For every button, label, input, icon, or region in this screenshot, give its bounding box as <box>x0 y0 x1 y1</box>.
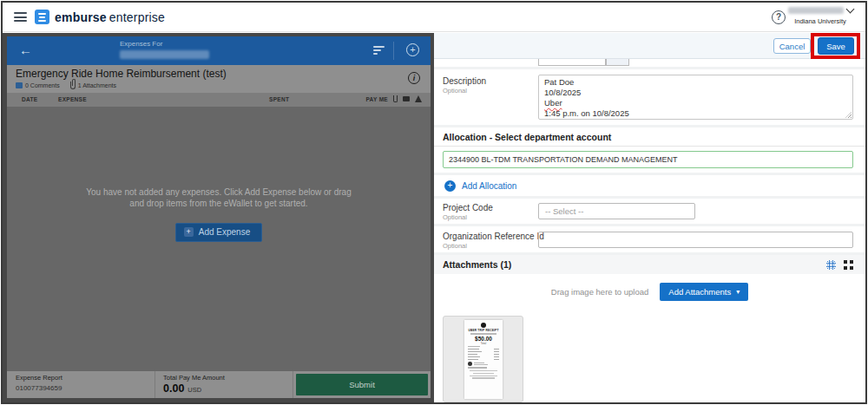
total-amount: 0.00 <box>163 382 184 395</box>
add-circle-icon[interactable]: + <box>406 43 419 56</box>
sort-filter-icon[interactable] <box>373 46 385 55</box>
optional-label: Optional <box>443 87 486 95</box>
clipped-amount-field-row <box>434 59 865 67</box>
uber-logo-icon <box>481 323 486 328</box>
emburse-logo-icon <box>35 10 49 24</box>
redacted-owner-name <box>120 50 209 59</box>
driver-avatar-icon <box>468 362 472 366</box>
empty-state-text: You have not added any expenses. Click A… <box>7 186 431 209</box>
allocation-row: 2344900 BL-TDM TRANSPORTATION DEMAND MAN… <box>434 147 865 173</box>
description-line: 10/8/2025 <box>544 88 847 98</box>
currency-code: USD <box>187 386 201 394</box>
comment-icon <box>16 82 23 88</box>
allocation-account-input[interactable]: 2344900 BL-TDM TRANSPORTATION DEMAND MAN… <box>443 151 853 168</box>
info-icon[interactable]: i <box>408 72 420 84</box>
brand-secondary: enterprise <box>109 10 165 24</box>
app-window: emburseenterprise ? Indiana University ←… <box>1 1 867 404</box>
expense-list-body: You have not added any expenses. Click A… <box>7 107 431 371</box>
hamburger-menu-icon[interactable] <box>14 12 27 22</box>
clipped-input[interactable] <box>538 59 606 66</box>
add-attachments-button[interactable]: Add Attachments ▾ <box>660 283 748 301</box>
description-line: 1:45 p.m. on 10/8/2025 <box>544 108 847 119</box>
plus-icon: + <box>184 227 194 237</box>
receipt-image: UBER TRIP RECEIPT $50.00 Total <box>464 320 503 399</box>
comment-column-icon <box>403 96 410 101</box>
chevron-down-icon <box>845 5 854 14</box>
paperclip-column-icon <box>393 95 398 102</box>
attachments-meta[interactable]: 1 Attachments <box>70 82 116 89</box>
grid-view-icon[interactable] <box>826 260 836 270</box>
detail-toolbar: Cancel Save <box>434 33 865 59</box>
cancel-button[interactable]: Cancel <box>773 38 811 54</box>
description-row: Description Optional Pat Doe 10/8/2025 U… <box>434 69 865 125</box>
warning-column-icon <box>415 95 422 102</box>
expense-detail-panel: Cancel Save Description Optional Pat Do <box>434 33 865 402</box>
attachments-header: Attachments (1) <box>434 255 865 274</box>
user-menu[interactable]: Indiana University <box>784 7 857 25</box>
attachment-thumbnails-row: UBER TRIP RECEIPT $50.00 Total <box>434 309 865 402</box>
redacted-user-name <box>788 7 844 14</box>
expand-icon[interactable] <box>844 260 853 270</box>
receipt-thumbnail[interactable]: UBER TRIP RECEIPT $50.00 Total <box>443 316 523 402</box>
save-button[interactable]: Save <box>818 37 854 55</box>
org-reference-input[interactable] <box>538 232 853 248</box>
top-bar: emburseenterprise ? Indiana University <box>3 3 865 32</box>
receipt-amount: $50.00 <box>464 336 503 342</box>
add-allocation-plus-icon: + <box>444 180 456 192</box>
comments-meta[interactable]: 0 Comments <box>16 82 60 88</box>
expense-report-label: Expense Report <box>16 374 155 382</box>
allocation-section-heading: Allocation - Select department account <box>434 127 865 147</box>
optional-label: Optional <box>443 213 493 221</box>
expenses-for-label: Expenses For <box>120 40 209 48</box>
user-organization: Indiana University <box>784 17 857 25</box>
project-code-row: Project Code Optional -- Select -- <box>434 199 865 224</box>
description-label: Description Optional <box>443 76 486 95</box>
expense-report-number: 010077394659 <box>16 384 155 392</box>
report-title: Emergency Ride Home Reimbursement (test) <box>16 68 227 80</box>
clipped-input-button[interactable] <box>606 59 629 66</box>
column-pay-me: PAY ME <box>365 96 388 102</box>
header-divider <box>393 42 394 60</box>
project-code-select[interactable]: -- Select -- <box>538 203 695 219</box>
brand-primary: emburse <box>55 10 107 24</box>
comments-count: 0 Comments <box>25 82 60 88</box>
add-allocation-label: Add Allocation <box>462 181 516 191</box>
total-pay-me-label: Total Pay Me Amount <box>163 374 293 382</box>
expense-report-card: ← Expenses For + Emergency Ride Home Rei… <box>7 36 431 398</box>
submit-button[interactable]: Submit <box>296 374 428 395</box>
add-allocation-link[interactable]: + Add Allocation <box>434 175 865 196</box>
report-footer-bar: Expense Report 010077394659 Total Pay Me… <box>7 371 431 398</box>
description-line-misspelled: Uber <box>544 98 562 108</box>
attachment-upload-row: Drag image here to upload Add Attachment… <box>434 274 865 309</box>
dropdown-caret-icon: ▾ <box>736 288 740 296</box>
receipt-total-label: Total <box>464 342 503 345</box>
back-arrow-icon[interactable]: ← <box>19 42 32 57</box>
attachments-heading: Attachments (1) <box>443 259 511 270</box>
brand-text: emburseenterprise <box>55 10 165 24</box>
paperclip-icon <box>70 82 76 89</box>
expense-table-header: DATE EXPENSE SPENT PAY ME <box>7 93 431 107</box>
optional-label: Optional <box>443 242 544 250</box>
drag-hint-text: Drag image here to upload <box>551 287 649 297</box>
column-expense: EXPENSE <box>58 96 87 102</box>
description-line: Pat Doe <box>544 77 847 88</box>
add-expense-button[interactable]: + Add Expense <box>175 223 263 242</box>
report-title-strip: Emergency Ride Home Reimbursement (test)… <box>7 65 431 93</box>
org-reference-label: Organization Reference Id Optional <box>443 232 544 250</box>
report-header-bar: ← Expenses For + <box>7 36 431 65</box>
description-textarea[interactable]: Pat Doe 10/8/2025 Uber 1:45 p.m. on 10/8… <box>538 75 853 120</box>
org-reference-row: Organization Reference Id Optional <box>434 226 865 252</box>
column-date: DATE <box>22 96 37 102</box>
attachments-count: 1 Attachments <box>78 82 116 88</box>
project-code-label: Project Code Optional <box>443 203 493 221</box>
column-spent: SPENT <box>269 96 289 102</box>
expense-report-panel-dim-overlay: ← Expenses For + Emergency Ride Home Rei… <box>3 33 434 402</box>
receipt-title: UBER TRIP RECEIPT <box>464 329 503 332</box>
